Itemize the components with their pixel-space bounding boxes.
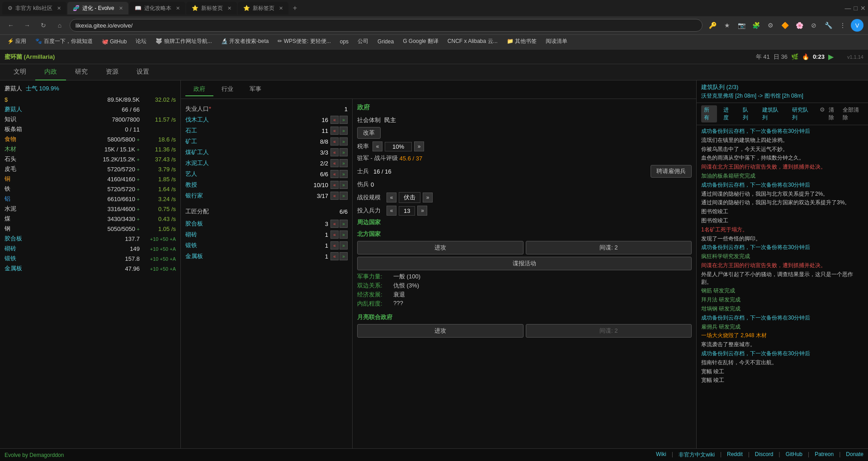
nav-tab-resources[interactable]: 资源 bbox=[97, 64, 127, 80]
craftsmen-name-plywood[interactable]: 胶合板 bbox=[185, 220, 301, 228]
bookmark-cncf[interactable]: CNCF x Alibaba 云... bbox=[444, 37, 501, 46]
craftsmen-increase-bricks[interactable]: » bbox=[340, 230, 348, 239]
log-tab-research-queue[interactable]: 研究队列 bbox=[789, 105, 816, 122]
tab-evolve[interactable]: 🧬 进化 - Evolve ✕ bbox=[67, 2, 128, 14]
job-name-professor[interactable]: 教授 bbox=[185, 181, 301, 189]
bookmark-forum[interactable]: 论坛 bbox=[132, 37, 150, 46]
log-clear-button[interactable]: 清除 bbox=[829, 106, 839, 122]
job-increase-coal-miner[interactable]: » bbox=[340, 148, 348, 156]
bookmark-apps[interactable]: ⚡ 应用 bbox=[4, 37, 30, 46]
north-spy-button[interactable]: 间谍: 2 bbox=[526, 241, 692, 254]
refresh-button[interactable]: ↻ bbox=[37, 19, 50, 32]
craftsmen-increase-plywood[interactable]: » bbox=[340, 220, 348, 228]
tab-guide-close[interactable]: ✕ bbox=[176, 5, 180, 11]
battle-scale-increase[interactable]: » bbox=[423, 193, 433, 202]
craftsmen-increase-wrought-iron[interactable]: » bbox=[340, 241, 348, 249]
tab-guide[interactable]: 📖 进化攻略本 ✕ bbox=[129, 2, 185, 14]
job-increase-lumberjack[interactable]: » bbox=[340, 116, 348, 124]
screenshot-icon[interactable]: 📷 bbox=[735, 19, 748, 32]
craftsmen-name-wrought-iron[interactable]: 锻铁 bbox=[185, 241, 301, 249]
job-name-lumberjack[interactable]: 伐木工人 bbox=[185, 116, 301, 124]
troop-increase[interactable]: » bbox=[417, 206, 427, 216]
job-name-mason[interactable]: 石工 bbox=[185, 127, 301, 135]
bookmark-google-translate[interactable]: G Google 翻译 bbox=[399, 37, 442, 46]
craftsmen-decrease-bricks[interactable]: « bbox=[330, 230, 339, 239]
log-tab-all[interactable]: 所有 bbox=[701, 105, 717, 122]
tab-new1-close[interactable]: ✕ bbox=[227, 5, 231, 11]
minimize-icon[interactable]: — bbox=[845, 5, 851, 12]
ext3-icon[interactable]: 🔶 bbox=[778, 19, 791, 32]
bookmark-company[interactable]: 公司 bbox=[354, 37, 372, 46]
tab-new2[interactable]: ⭐ 新标签页 ✕ bbox=[238, 2, 288, 14]
close-icon[interactable]: ✕ bbox=[860, 5, 866, 12]
battle-scale-decrease[interactable]: « bbox=[387, 193, 396, 202]
job-decrease-artist[interactable]: « bbox=[330, 170, 339, 178]
nav-tab-research[interactable]: 研究 bbox=[66, 64, 97, 80]
craftsmen-decrease-wrought-iron[interactable]: « bbox=[330, 241, 339, 249]
bookmark-baidu[interactable]: 🐾 百度一下，你就知道 bbox=[32, 37, 96, 46]
bookmark-other[interactable]: 📁 其他书签 bbox=[503, 37, 540, 46]
job-decrease-lumberjack[interactable]: « bbox=[330, 116, 339, 124]
ext5-icon[interactable]: ⊘ bbox=[807, 19, 820, 32]
job-increase-professor[interactable]: » bbox=[340, 181, 348, 189]
user-avatar[interactable]: V bbox=[851, 19, 863, 32]
job-increase-banker[interactable]: » bbox=[340, 192, 348, 200]
bookmark-wps[interactable]: ✏ WPS便签: 更轻便... bbox=[274, 37, 334, 46]
job-name-cement-worker[interactable]: 水泥工人 bbox=[185, 159, 301, 167]
job-name-miner[interactable]: 矿工 bbox=[185, 137, 301, 146]
job-name-coal-miner[interactable]: 煤矿工人 bbox=[185, 148, 301, 156]
nav-tab-settings[interactable]: 设置 bbox=[127, 64, 158, 80]
forward-button[interactable]: → bbox=[21, 19, 33, 32]
footer-wiki-link[interactable]: Wiki bbox=[656, 451, 666, 459]
tax-decrease-button[interactable]: « bbox=[373, 141, 382, 151]
log-gear-icon[interactable]: ⚙ bbox=[820, 106, 825, 122]
moon-attack-button[interactable]: 进攻 bbox=[357, 324, 524, 338]
extension-icon[interactable]: 🧩 bbox=[750, 19, 762, 32]
ext6-icon[interactable]: 🔧 bbox=[822, 19, 835, 32]
north-intelligence-button[interactable]: 谍报活动 bbox=[357, 257, 692, 270]
log-tab-progress[interactable]: 进度 bbox=[721, 105, 736, 122]
menu-icon[interactable]: ⋮ bbox=[836, 19, 849, 32]
job-decrease-miner[interactable]: « bbox=[330, 137, 339, 146]
back-button[interactable]: ← bbox=[5, 19, 17, 32]
job-increase-mason[interactable]: » bbox=[340, 127, 348, 135]
job-name-banker[interactable]: 银行家 bbox=[185, 192, 301, 200]
maximize-icon[interactable]: □ bbox=[854, 5, 858, 12]
job-decrease-coal-miner[interactable]: « bbox=[330, 148, 339, 156]
bookmark-langpai[interactable]: 🐺 狼牌工作网址导航... bbox=[152, 37, 215, 46]
hire-mercenaries-button[interactable]: 聘请雇佣兵 bbox=[651, 165, 692, 178]
north-attack-button[interactable]: 进攻 bbox=[357, 241, 524, 254]
tab-new1[interactable]: ⭐ 新标签页 ✕ bbox=[186, 2, 237, 14]
footer-donate-link[interactable]: Donate bbox=[846, 451, 863, 459]
craftsmen-name-bricks[interactable]: 砌砖 bbox=[185, 230, 301, 239]
footer-author[interactable]: Demagorddon bbox=[29, 452, 64, 458]
footer-discord-link[interactable]: Discord bbox=[755, 451, 774, 459]
log-clear-all-button[interactable]: 全部清除 bbox=[843, 106, 863, 122]
bookmark-gridea[interactable]: Gridea bbox=[374, 38, 397, 46]
job-name-artist[interactable]: 艺人 bbox=[185, 170, 301, 178]
nav-tab-domestic[interactable]: 内政 bbox=[35, 64, 66, 80]
craftsmen-decrease-metal-plate[interactable]: « bbox=[330, 252, 339, 260]
new-tab-button[interactable]: + bbox=[289, 2, 301, 14]
footer-cn-wiki-link[interactable]: 非官方中文wiki bbox=[679, 451, 715, 459]
tab-evolve-close[interactable]: ✕ bbox=[119, 5, 123, 11]
craftsmen-increase-metal-plate[interactable]: » bbox=[340, 252, 348, 260]
troop-decrease[interactable]: « bbox=[387, 206, 396, 216]
reform-button[interactable]: 改革 bbox=[357, 127, 381, 139]
bookmark-ops[interactable]: ops bbox=[336, 38, 352, 46]
job-increase-artist[interactable]: » bbox=[340, 170, 348, 178]
job-decrease-cement-worker[interactable]: « bbox=[330, 159, 339, 167]
bookmark-reader[interactable]: 阅读清单 bbox=[542, 37, 571, 46]
footer-reddit-link[interactable]: Reddit bbox=[727, 451, 743, 459]
ext4-icon[interactable]: 🌸 bbox=[793, 19, 806, 32]
sub-nav-government[interactable]: 政府 bbox=[185, 83, 213, 96]
log-tab-building-queue[interactable]: 建筑队列 bbox=[760, 105, 786, 122]
craftsmen-decrease-plywood[interactable]: « bbox=[330, 220, 339, 228]
tab-new2-close[interactable]: ✕ bbox=[279, 5, 283, 11]
bookmark-github[interactable]: 🐙 GitHub bbox=[98, 38, 131, 46]
bookmark-dev[interactable]: 🔬 开发者搜索-beta bbox=[217, 37, 273, 46]
job-decrease-mason[interactable]: « bbox=[330, 127, 339, 135]
sub-nav-military[interactable]: 军事 bbox=[241, 83, 269, 96]
ext2-icon[interactable]: ⚙ bbox=[764, 19, 777, 32]
tax-increase-button[interactable]: » bbox=[414, 141, 424, 151]
